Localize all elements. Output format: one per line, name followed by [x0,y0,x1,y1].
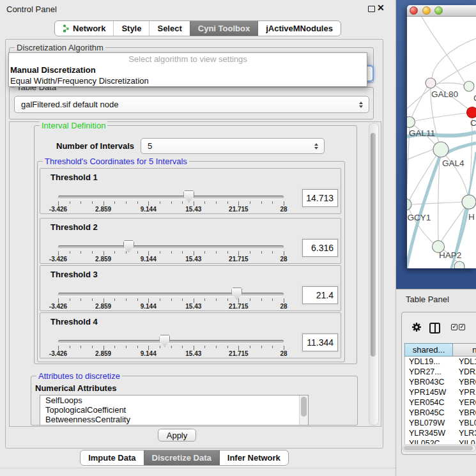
slider-thumb[interactable] [123,240,134,252]
column-header-name[interactable]: na [453,343,476,357]
network-node[interactable] [426,78,436,88]
table-row[interactable]: YBR043CYBR0 [405,377,476,387]
cell-name: YBL0 [454,418,476,428]
close-traffic-light-icon[interactable] [410,6,418,15]
table-row[interactable]: YDR27...YDR2 [405,367,476,377]
slider-tick [238,251,239,256]
slider-tick [272,346,273,348]
network-node[interactable] [454,261,464,268]
slider-tick [272,251,273,254]
slider-tick [137,298,138,301]
tab-infer-network[interactable]: Infer Network [219,450,288,465]
cell-name: YBR0 [454,408,476,418]
network-node[interactable] [467,107,476,118]
slider-tick [114,346,115,348]
threshold-value-field[interactable]: 6.316 [302,239,338,257]
table-row[interactable]: YDL19...YDL1 [405,357,476,367]
table-row[interactable]: YIL052CYIL0 [405,438,476,444]
slider-tick [137,251,138,254]
table-hscrollbar[interactable] [403,445,476,452]
tab-impute-data[interactable]: Impute Data [81,450,143,465]
slider-track[interactable] [58,293,284,296]
slider-tick [92,346,93,348]
slider-tick [216,201,217,204]
slider-tick [81,298,81,301]
slider-tick-label: 21.715 [229,256,249,263]
control-panel: Control Panel ✕ NetworkStyleSelectCyni T… [0,0,396,476]
dropdown-option[interactable]: Manual Discretization [9,65,367,75]
node-label: HAP2 [439,250,461,260]
column-layout-icon[interactable] [429,323,440,334]
slider-thumb[interactable] [183,190,194,203]
slider-thumb[interactable] [231,288,242,300]
minimize-traffic-light-icon[interactable] [422,6,431,15]
table-hscrollbar-thumb[interactable] [404,446,473,450]
panel-scrollbar-thumb[interactable] [371,133,376,357]
slider-tick-label: 9.144 [141,206,157,213]
network-window: GAL80GACGAL11GAL4GCY1HHAP2 [407,5,476,268]
cell-name: YDL1 [454,357,476,367]
table-row[interactable]: YLR345WYLR3 [405,428,476,438]
network-canvas[interactable]: GAL80GACGAL11GAL4GCY1HHAP2 [407,17,476,268]
network-edge [415,113,467,121]
attribute-list-item[interactable]: TopologicalCoefficient [40,405,308,415]
gear-icon[interactable] [411,322,422,332]
network-graph[interactable]: GAL80GACGAL11GAL4GCY1HHAP2 [407,17,476,268]
table-row[interactable]: YBL079WYBL0 [405,418,476,428]
tab-jactivemnodules[interactable]: jActiveMNodules [257,21,341,36]
list-scrollbar-thumb[interactable] [301,397,307,417]
close-icon[interactable]: ✕ [377,3,385,13]
threshold-value-field[interactable]: 14.713 [302,189,338,207]
threshold-value-field[interactable]: 11.344 [302,334,338,351]
tab-cyni-toolbox[interactable]: Cyni Toolbox [190,21,257,36]
slider-tick-label: 2.859 [95,350,111,357]
tab-label: Impute Data [88,450,135,465]
table-data-select[interactable]: galFiltered.sif default node [14,96,369,113]
network-node[interactable] [464,81,474,91]
network-window-titlebar[interactable] [407,5,476,17]
list-scrollbar[interactable] [299,395,308,425]
slider-tick [137,346,138,348]
slider-tick [238,298,239,303]
slider-tick [114,298,115,301]
zoom-traffic-light-icon[interactable] [434,6,443,15]
slider-tick-label: 21.715 [229,303,249,310]
table-row[interactable]: YER054CYER0 [405,397,476,408]
panel-scrollbar[interactable] [369,123,379,426]
slider-tick-label: 28 [280,350,287,357]
table-row[interactable]: YPR145WYPR1 [405,387,476,397]
threshold-value-field[interactable]: 21.4 [302,286,338,304]
tab-network[interactable]: Network [55,21,113,36]
node-label: GA [473,93,476,103]
dropdown-option[interactable]: Equal Width/Frequency Discretization [9,75,367,86]
slider-track[interactable] [58,196,284,199]
network-node[interactable] [462,195,476,209]
float-icon[interactable] [368,6,375,12]
numerical-attributes-list[interactable]: SelfLoopsTopologicalCoefficientBetweenne… [40,395,309,426]
tab-discretize-data[interactable]: Discretize Data [144,450,219,465]
num-intervals-select[interactable]: 5 [141,138,325,154]
column-header-shared-name[interactable]: shared... [404,343,453,357]
table-row[interactable]: YBR045CYBR0 [405,408,476,418]
network-node[interactable] [407,199,411,210]
tab-select[interactable]: Select [149,21,189,36]
slider-tick [160,251,160,254]
network-node[interactable] [407,117,415,128]
slider-track[interactable] [58,340,284,343]
apply-button[interactable]: Apply [158,429,196,441]
slider-tick-label: -3.426 [49,206,67,213]
attribute-list-item[interactable]: SelfLoops [40,395,308,405]
slider-tick [171,201,172,204]
network-edge [432,38,476,78]
slider-tick [194,346,194,350]
tab-style[interactable]: Style [113,21,149,36]
tab-label: Cyni Toolbox [198,21,250,36]
select-columns-icon[interactable]: ✓ ✓ [451,324,465,330]
network-edge [438,157,440,240]
cell-shared-name: YIL052C [405,438,454,444]
slider-thumb[interactable] [159,335,170,347]
network-node[interactable] [433,142,449,157]
attribute-list-item[interactable]: BetweennessCentrality [40,415,308,424]
slider-track[interactable] [58,245,284,249]
slider-tick [284,251,284,256]
